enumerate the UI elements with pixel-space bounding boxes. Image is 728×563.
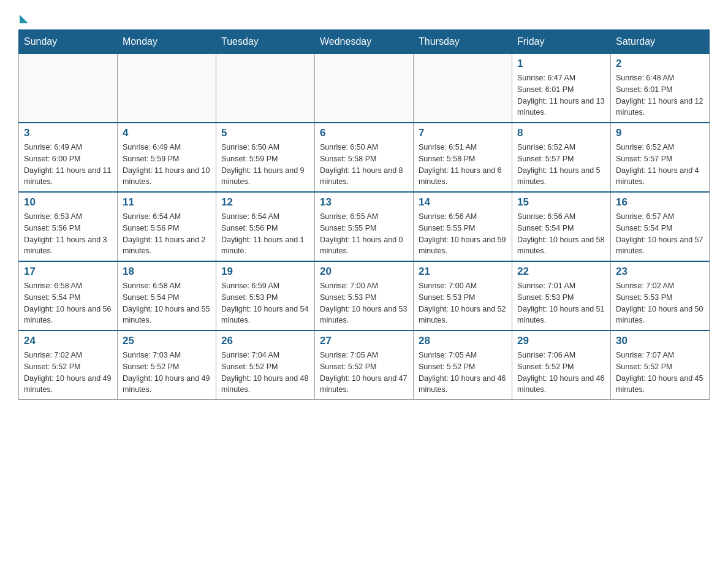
calendar-cell: 23Sunrise: 7:02 AMSunset: 5:53 PMDayligh… bbox=[611, 261, 710, 331]
calendar-cell: 20Sunrise: 7:00 AMSunset: 5:53 PMDayligh… bbox=[315, 261, 414, 331]
calendar-cell: 6Sunrise: 6:50 AMSunset: 5:58 PMDaylight… bbox=[315, 123, 414, 192]
calendar-cell: 30Sunrise: 7:07 AMSunset: 5:52 PMDayligh… bbox=[611, 331, 710, 400]
day-info: Sunrise: 6:54 AMSunset: 5:56 PMDaylight:… bbox=[221, 211, 309, 257]
calendar-cell: 28Sunrise: 7:05 AMSunset: 5:52 PMDayligh… bbox=[414, 331, 512, 400]
day-number: 10 bbox=[24, 196, 112, 209]
day-info: Sunrise: 6:56 AMSunset: 5:54 PMDaylight:… bbox=[517, 211, 605, 257]
day-info: Sunrise: 7:00 AMSunset: 5:53 PMDaylight:… bbox=[320, 280, 408, 326]
calendar-cell: 10Sunrise: 6:53 AMSunset: 5:56 PMDayligh… bbox=[19, 192, 118, 261]
weekday-header-friday: Friday bbox=[512, 30, 611, 54]
calendar-cell: 18Sunrise: 6:58 AMSunset: 5:54 PMDayligh… bbox=[118, 261, 216, 331]
day-info: Sunrise: 6:56 AMSunset: 5:55 PMDaylight:… bbox=[419, 211, 507, 257]
calendar-table: SundayMondayTuesdayWednesdayThursdayFrid… bbox=[18, 29, 710, 400]
day-info: Sunrise: 6:49 AMSunset: 5:59 PMDaylight:… bbox=[123, 142, 211, 188]
calendar-cell: 21Sunrise: 7:00 AMSunset: 5:53 PMDayligh… bbox=[414, 261, 512, 331]
day-number: 11 bbox=[123, 196, 211, 209]
calendar-cell: 11Sunrise: 6:54 AMSunset: 5:56 PMDayligh… bbox=[118, 192, 216, 261]
day-number: 17 bbox=[24, 266, 112, 278]
day-number: 6 bbox=[320, 127, 408, 139]
day-info: Sunrise: 7:03 AMSunset: 5:52 PMDaylight:… bbox=[123, 350, 211, 396]
calendar-cell: 2Sunrise: 6:48 AMSunset: 6:01 PMDaylight… bbox=[611, 54, 710, 123]
page-header bbox=[18, 12, 710, 23]
calendar-week-row: 17Sunrise: 6:58 AMSunset: 5:54 PMDayligh… bbox=[19, 261, 710, 331]
day-number: 2 bbox=[616, 58, 704, 70]
calendar-cell: 27Sunrise: 7:05 AMSunset: 5:52 PMDayligh… bbox=[315, 331, 414, 400]
calendar-week-row: 1Sunrise: 6:47 AMSunset: 6:01 PMDaylight… bbox=[19, 54, 710, 123]
calendar-cell: 19Sunrise: 6:59 AMSunset: 5:53 PMDayligh… bbox=[216, 261, 315, 331]
calendar-week-row: 24Sunrise: 7:02 AMSunset: 5:52 PMDayligh… bbox=[19, 331, 710, 400]
day-info: Sunrise: 6:50 AMSunset: 5:59 PMDaylight:… bbox=[221, 142, 309, 188]
calendar-cell: 25Sunrise: 7:03 AMSunset: 5:52 PMDayligh… bbox=[118, 331, 216, 400]
calendar-cell bbox=[118, 54, 216, 123]
day-number: 24 bbox=[24, 335, 112, 347]
day-info: Sunrise: 7:00 AMSunset: 5:53 PMDaylight:… bbox=[419, 280, 507, 326]
calendar-cell: 22Sunrise: 7:01 AMSunset: 5:53 PMDayligh… bbox=[512, 261, 611, 331]
calendar-week-row: 3Sunrise: 6:49 AMSunset: 6:00 PMDaylight… bbox=[19, 123, 710, 192]
day-number: 16 bbox=[616, 196, 704, 209]
day-number: 29 bbox=[517, 335, 605, 347]
calendar-cell: 16Sunrise: 6:57 AMSunset: 5:54 PMDayligh… bbox=[611, 192, 710, 261]
day-number: 4 bbox=[123, 127, 211, 139]
day-info: Sunrise: 6:47 AMSunset: 6:01 PMDaylight:… bbox=[517, 72, 605, 118]
calendar-cell bbox=[19, 54, 118, 123]
calendar-cell: 15Sunrise: 6:56 AMSunset: 5:54 PMDayligh… bbox=[512, 192, 611, 261]
weekday-header-saturday: Saturday bbox=[611, 30, 710, 54]
calendar-cell: 8Sunrise: 6:52 AMSunset: 5:57 PMDaylight… bbox=[512, 123, 611, 192]
day-info: Sunrise: 6:59 AMSunset: 5:53 PMDaylight:… bbox=[221, 280, 309, 326]
day-number: 21 bbox=[419, 266, 507, 278]
weekday-header-sunday: Sunday bbox=[19, 30, 118, 54]
logo bbox=[18, 12, 28, 23]
day-number: 22 bbox=[517, 266, 605, 278]
day-number: 28 bbox=[419, 335, 507, 347]
weekday-header-monday: Monday bbox=[118, 30, 216, 54]
day-info: Sunrise: 7:04 AMSunset: 5:52 PMDaylight:… bbox=[221, 350, 309, 396]
day-info: Sunrise: 7:07 AMSunset: 5:52 PMDaylight:… bbox=[616, 350, 704, 396]
day-number: 12 bbox=[221, 196, 309, 209]
calendar-cell: 12Sunrise: 6:54 AMSunset: 5:56 PMDayligh… bbox=[216, 192, 315, 261]
day-number: 19 bbox=[221, 266, 309, 278]
day-number: 14 bbox=[419, 196, 507, 209]
weekday-header-row: SundayMondayTuesdayWednesdayThursdayFrid… bbox=[19, 30, 710, 54]
day-number: 30 bbox=[616, 335, 704, 347]
calendar-cell: 9Sunrise: 6:52 AMSunset: 5:57 PMDaylight… bbox=[611, 123, 710, 192]
day-info: Sunrise: 6:52 AMSunset: 5:57 PMDaylight:… bbox=[517, 142, 605, 188]
day-number: 5 bbox=[221, 127, 309, 139]
calendar-cell: 13Sunrise: 6:55 AMSunset: 5:55 PMDayligh… bbox=[315, 192, 414, 261]
day-number: 8 bbox=[517, 127, 605, 139]
calendar-cell bbox=[216, 54, 315, 123]
day-number: 20 bbox=[320, 266, 408, 278]
calendar-cell: 17Sunrise: 6:58 AMSunset: 5:54 PMDayligh… bbox=[19, 261, 118, 331]
day-info: Sunrise: 6:52 AMSunset: 5:57 PMDaylight:… bbox=[616, 142, 704, 188]
day-info: Sunrise: 6:57 AMSunset: 5:54 PMDaylight:… bbox=[616, 211, 704, 257]
day-info: Sunrise: 6:48 AMSunset: 6:01 PMDaylight:… bbox=[616, 72, 704, 118]
day-info: Sunrise: 7:01 AMSunset: 5:53 PMDaylight:… bbox=[517, 280, 605, 326]
weekday-header-tuesday: Tuesday bbox=[216, 30, 315, 54]
day-info: Sunrise: 7:02 AMSunset: 5:53 PMDaylight:… bbox=[616, 280, 704, 326]
day-number: 3 bbox=[24, 127, 112, 139]
day-info: Sunrise: 6:53 AMSunset: 5:56 PMDaylight:… bbox=[24, 211, 112, 257]
day-info: Sunrise: 6:49 AMSunset: 6:00 PMDaylight:… bbox=[24, 142, 112, 188]
calendar-cell: 29Sunrise: 7:06 AMSunset: 5:52 PMDayligh… bbox=[512, 331, 611, 400]
day-number: 25 bbox=[123, 335, 211, 347]
day-info: Sunrise: 6:54 AMSunset: 5:56 PMDaylight:… bbox=[123, 211, 211, 257]
calendar-cell bbox=[315, 54, 414, 123]
calendar-cell: 14Sunrise: 6:56 AMSunset: 5:55 PMDayligh… bbox=[414, 192, 512, 261]
day-info: Sunrise: 6:55 AMSunset: 5:55 PMDaylight:… bbox=[320, 211, 408, 257]
day-number: 27 bbox=[320, 335, 408, 347]
day-info: Sunrise: 6:58 AMSunset: 5:54 PMDaylight:… bbox=[123, 280, 211, 326]
calendar-cell: 26Sunrise: 7:04 AMSunset: 5:52 PMDayligh… bbox=[216, 331, 315, 400]
calendar-cell bbox=[414, 54, 512, 123]
calendar-cell: 4Sunrise: 6:49 AMSunset: 5:59 PMDaylight… bbox=[118, 123, 216, 192]
day-number: 1 bbox=[517, 58, 605, 70]
weekday-header-thursday: Thursday bbox=[414, 30, 512, 54]
weekday-header-wednesday: Wednesday bbox=[315, 30, 414, 54]
logo-arrow-icon bbox=[20, 15, 28, 23]
calendar-cell: 5Sunrise: 6:50 AMSunset: 5:59 PMDaylight… bbox=[216, 123, 315, 192]
day-info: Sunrise: 7:05 AMSunset: 5:52 PMDaylight:… bbox=[320, 350, 408, 396]
day-info: Sunrise: 6:50 AMSunset: 5:58 PMDaylight:… bbox=[320, 142, 408, 188]
day-info: Sunrise: 7:02 AMSunset: 5:52 PMDaylight:… bbox=[24, 350, 112, 396]
day-info: Sunrise: 6:51 AMSunset: 5:58 PMDaylight:… bbox=[419, 142, 507, 188]
day-number: 9 bbox=[616, 127, 704, 139]
day-number: 26 bbox=[221, 335, 309, 347]
calendar-cell: 7Sunrise: 6:51 AMSunset: 5:58 PMDaylight… bbox=[414, 123, 512, 192]
